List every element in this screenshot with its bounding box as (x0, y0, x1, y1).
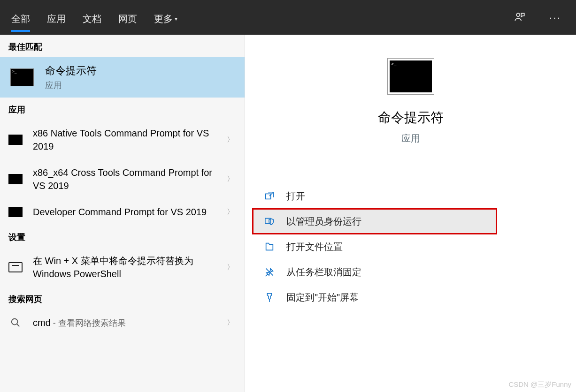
action-open-location[interactable]: 打开文件位置 (245, 234, 576, 259)
chevron-right-icon: 〉 (225, 207, 236, 217)
tab-web[interactable]: 网页 (118, 0, 137, 35)
detail-pane: 命令提示符 应用 打开 以管理员身份运行 打开文件位置 (245, 35, 576, 392)
svg-line-2 (17, 324, 20, 327)
action-pin-start[interactable]: 固定到"开始"屏幕 (245, 285, 576, 310)
more-icon[interactable]: ··· (548, 10, 563, 25)
unpin-icon (264, 266, 275, 278)
tab-more[interactable]: 更多 ▾ (154, 0, 177, 35)
action-run-as-admin[interactable]: 以管理员身份运行 (253, 209, 497, 234)
action-open-label: 打开 (286, 190, 305, 203)
tab-apps[interactable]: 应用 (47, 0, 66, 35)
action-unpin-label: 从任务栏取消固定 (286, 266, 361, 279)
settings-icon (8, 262, 23, 272)
tab-docs[interactable]: 文档 (83, 0, 101, 35)
action-unpin-taskbar[interactable]: 从任务栏取消固定 (245, 259, 576, 285)
detail-actions: 打开 以管理员身份运行 打开文件位置 从任务栏取消固定 (245, 183, 576, 310)
detail-sub: 应用 (401, 132, 420, 145)
section-settings: 设置 (0, 225, 245, 248)
folder-icon (264, 241, 275, 252)
search-main: 最佳匹配 命令提示符 应用 应用 x86 Native Tools Comman… (0, 35, 576, 392)
web-row-label: cmd - 查看网络搜索结果 (33, 316, 215, 329)
web-row[interactable]: cmd - 查看网络搜索结果 〉 (0, 309, 245, 336)
detail-preview (387, 58, 434, 95)
app-row[interactable]: Developer Command Prompt for VS 2019 〉 (0, 199, 245, 225)
app-row-label: Developer Command Prompt for VS 2019 (33, 205, 215, 219)
chevron-down-icon: ▾ (175, 15, 177, 22)
settings-row-label: 在 Win + X 菜单中将命令提示符替换为 Windows PowerShel… (33, 254, 215, 280)
tab-all[interactable]: 全部 (11, 0, 30, 35)
feedback-icon[interactable] (512, 10, 527, 25)
search-tabs: 全部 应用 文档 网页 更多 ▾ (11, 0, 177, 35)
cmd-icon (8, 135, 23, 145)
web-row-term: cmd (33, 317, 51, 328)
results-list: 最佳匹配 命令提示符 应用 应用 x86 Native Tools Comman… (0, 35, 245, 392)
chevron-right-icon: 〉 (225, 263, 236, 272)
app-row-label: x86_x64 Cross Tools Command Prompt for V… (33, 166, 215, 192)
app-row[interactable]: x86 Native Tools Command Prompt for VS 2… (0, 120, 245, 159)
cmd-icon (387, 58, 434, 95)
open-icon (264, 190, 275, 202)
action-admin-label: 以管理员身份运行 (286, 215, 361, 228)
app-row-label: x86 Native Tools Command Prompt for VS 2… (33, 127, 215, 153)
cmd-icon (8, 207, 23, 217)
chevron-right-icon: 〉 (225, 174, 236, 184)
best-match-title: 命令提示符 (45, 64, 97, 78)
best-match-row[interactable]: 命令提示符 应用 (0, 57, 245, 98)
web-row-suffix: - 查看网络搜索结果 (51, 318, 126, 328)
svg-point-0 (516, 13, 520, 16)
settings-row[interactable]: 在 Win + X 菜单中将命令提示符替换为 Windows PowerShel… (0, 248, 245, 287)
app-row[interactable]: x86_x64 Cross Tools Command Prompt for V… (0, 159, 245, 199)
section-best-match: 最佳匹配 (0, 35, 245, 57)
svg-rect-3 (266, 194, 271, 199)
section-apps: 应用 (0, 98, 245, 120)
action-open[interactable]: 打开 (245, 183, 576, 209)
pin-icon (264, 292, 275, 303)
chevron-right-icon: 〉 (225, 135, 236, 145)
search-icon (10, 317, 21, 328)
chevron-right-icon: 〉 (225, 318, 236, 328)
watermark: CSDN @三岁Funny (508, 380, 571, 389)
best-match-sub: 应用 (45, 80, 97, 91)
svg-point-1 (12, 319, 18, 325)
shield-icon (264, 216, 275, 227)
tab-more-label: 更多 (154, 13, 173, 25)
cmd-icon (10, 68, 34, 86)
search-topbar: 全部 应用 文档 网页 更多 ▾ ··· (0, 0, 576, 35)
action-location-label: 打开文件位置 (286, 241, 343, 253)
topbar-right: ··· (512, 10, 563, 25)
detail-title: 命令提示符 (378, 109, 444, 127)
section-web: 搜索网页 (0, 287, 245, 309)
cmd-icon (8, 174, 23, 184)
action-pinstart-label: 固定到"开始"屏幕 (286, 291, 359, 304)
